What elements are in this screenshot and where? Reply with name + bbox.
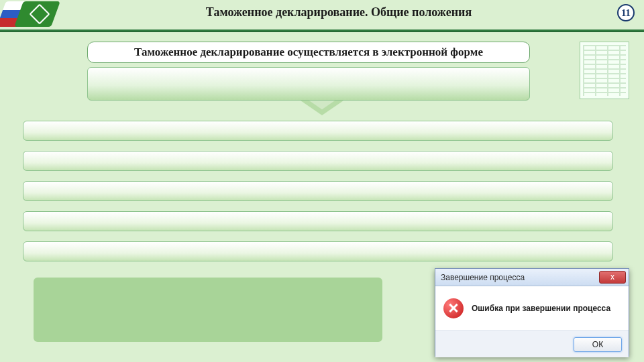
close-button[interactable]: x [599,271,626,284]
subtitle-box: Таможенное декларирование осуществляется… [87,42,530,63]
content-row [23,151,613,171]
page-title: Таможенное декларирование. Общие положен… [67,5,610,19]
content-row [23,241,613,261]
dialog-title: Завершение процесса [435,273,525,282]
error-icon [443,298,464,318]
declaration-form-thumbnail [580,42,629,99]
arrow-down-icon [301,101,343,115]
header-divider [0,29,644,32]
ok-button[interactable]: ОК [574,337,622,352]
dialog-titlebar: Завершение процесса x [435,269,629,286]
content-row [23,211,613,231]
error-dialog: Завершение процесса x Ошибка при заверше… [435,268,629,357]
content-row [23,121,613,141]
dialog-message: Ошибка при завершении процесса [472,304,610,313]
page-number-badge: 11 [617,4,635,21]
bottom-panel [34,278,382,342]
content-row [23,181,613,201]
intro-panel [87,67,530,101]
header: Таможенное декларирование. Общие положен… [0,0,644,28]
dialog-footer: ОК [435,330,629,357]
dialog-body: Ошибка при завершении процесса [435,286,629,330]
